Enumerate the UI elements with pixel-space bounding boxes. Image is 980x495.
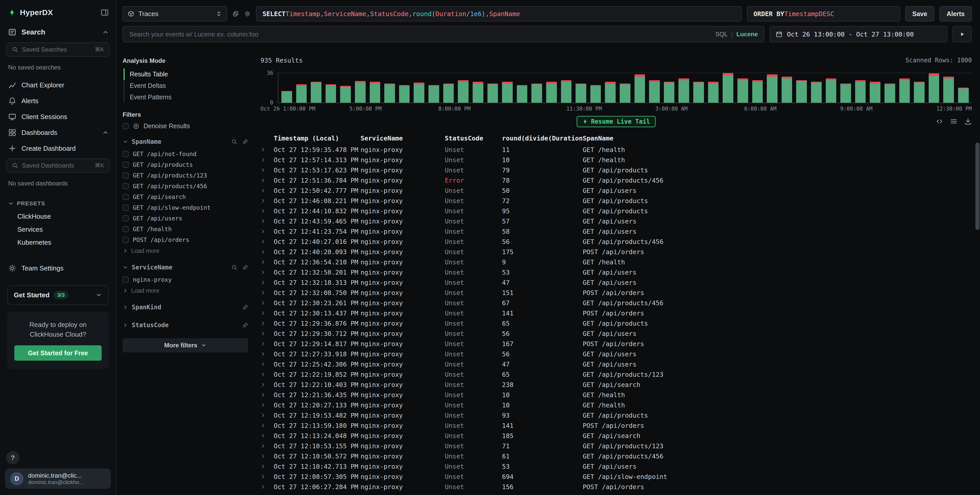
alerts-button[interactable]: Alerts (939, 6, 972, 21)
table-row[interactable]: Oct 27 12:25:42.306 PMnginx-proxyUnset47… (261, 359, 972, 369)
checkbox[interactable] (123, 162, 129, 168)
table-row[interactable]: Oct 27 12:13:59.180 PMnginx-proxyUnset14… (261, 420, 972, 431)
col-header-spanname[interactable]: SpanName (583, 135, 972, 142)
sidebar-item-kubernetes[interactable]: Kubernetes (0, 236, 116, 249)
checkbox[interactable] (123, 205, 129, 211)
table-row[interactable]: Oct 27 12:29:30.712 PMnginx-proxyUnset56… (261, 328, 972, 339)
sql-mode-label[interactable]: SQL (716, 31, 728, 38)
row-expand-chevron-icon[interactable] (261, 403, 274, 407)
filter-option[interactable]: POST /api/orders (123, 234, 248, 245)
get-started-card[interactable]: Get Started 3/3 (7, 285, 109, 305)
download-icon[interactable] (964, 118, 972, 125)
table-row[interactable]: Oct 27 12:19:53.482 PMnginx-proxyUnset93… (261, 410, 972, 420)
row-expand-chevron-icon[interactable] (261, 464, 274, 469)
analysis-mode-results-table[interactable]: Results Table (125, 68, 248, 80)
row-expand-chevron-icon[interactable] (261, 341, 274, 346)
table-row[interactable]: Oct 27 12:40:27.016 PMnginx-proxyUnset56… (261, 237, 972, 247)
row-expand-chevron-icon[interactable] (261, 219, 274, 224)
filter-group-statuscode[interactable]: StatusCode (123, 318, 248, 332)
row-expand-chevron-icon[interactable] (261, 474, 274, 479)
row-expand-chevron-icon[interactable] (261, 423, 274, 428)
row-expand-chevron-icon[interactable] (261, 249, 274, 255)
table-row[interactable]: Oct 27 12:53:17.623 PMnginx-proxyUnset79… (261, 165, 972, 175)
analysis-mode-event-deltas[interactable]: Event Deltas (125, 80, 248, 91)
row-expand-chevron-icon[interactable] (261, 188, 274, 193)
row-expand-chevron-icon[interactable] (261, 270, 274, 275)
table-row[interactable]: Oct 27 12:30:23.261 PMnginx-proxyUnset67… (261, 298, 972, 308)
run-query-button[interactable] (953, 26, 972, 42)
row-expand-chevron-icon[interactable] (261, 372, 274, 377)
row-expand-chevron-icon[interactable] (261, 484, 274, 489)
checkbox[interactable] (123, 183, 129, 189)
filter-group-spanname[interactable]: SpanName (123, 135, 248, 149)
lucene-mode-label[interactable]: Lucene (737, 31, 758, 38)
filter-option[interactable]: GET /api/search (123, 191, 248, 202)
save-button[interactable]: Save (905, 6, 934, 21)
row-expand-chevron-icon[interactable] (261, 158, 274, 162)
collapse-sidebar-icon[interactable] (100, 8, 109, 17)
load-more[interactable]: Load more (123, 245, 248, 256)
row-expand-chevron-icon[interactable] (261, 229, 274, 234)
pin-icon[interactable] (242, 322, 248, 328)
row-expand-chevron-icon[interactable] (261, 147, 274, 152)
presets-toggle[interactable]: PRESETS (0, 193, 116, 210)
checkbox[interactable] (123, 277, 129, 283)
search-icon[interactable] (231, 264, 237, 271)
row-expand-chevron-icon[interactable] (261, 362, 274, 367)
search-icon[interactable] (231, 139, 237, 145)
denoise-results-checkbox[interactable]: Denoise Results (123, 123, 248, 130)
table-row[interactable]: Oct 27 12:44:10.832 PMnginx-proxyUnset95… (261, 206, 972, 216)
chevron-up-icon[interactable] (102, 29, 109, 35)
checkbox[interactable] (123, 237, 129, 243)
table-row[interactable]: Oct 27 12:08:57.305 PMnginx-proxyUnset69… (261, 471, 972, 482)
checkbox[interactable] (123, 151, 129, 157)
filter-option[interactable]: GET /health (123, 224, 248, 234)
saved-dashboards-field[interactable] (22, 162, 91, 169)
table-row[interactable]: Oct 27 12:32:58.201 PMnginx-proxyUnset53… (261, 267, 972, 277)
table-row[interactable]: Oct 27 12:06:27.284 PMnginx-proxyUnset15… (261, 482, 972, 492)
row-expand-chevron-icon[interactable] (261, 310, 274, 316)
date-range-picker[interactable]: Oct 26 13:00:00 - Oct 27 13:00:00 (770, 26, 947, 42)
pin-icon[interactable] (242, 139, 248, 145)
table-row[interactable]: Oct 27 12:10:53.155 PMnginx-proxyUnset71… (261, 441, 972, 451)
sidebar-item-search[interactable]: Search (0, 23, 116, 40)
filter-option[interactable]: nginx-proxy (123, 274, 248, 285)
row-expand-chevron-icon[interactable] (261, 178, 274, 183)
sql-select-editor[interactable]: SELECT Timestamp,ServiceName,StatusCode,… (256, 6, 742, 21)
table-row[interactable]: Oct 27 12:36:54.210 PMnginx-proxyUnset9G… (261, 257, 972, 267)
table-row[interactable]: Oct 27 12:20:27.133 PMnginx-proxyUnset10… (261, 400, 972, 410)
filter-option[interactable]: GET /api/users (123, 213, 248, 224)
load-more[interactable]: Load more (123, 285, 248, 296)
table-row[interactable]: Oct 27 12:30:13.437 PMnginx-proxyUnset14… (261, 308, 972, 318)
table-row[interactable]: Oct 27 12:27:33.918 PMnginx-proxyUnset56… (261, 349, 972, 359)
sidebar-item-dashboards[interactable]: Dashboards (0, 125, 116, 140)
table-row[interactable]: Oct 27 12:40:20.093 PMnginx-proxyUnset17… (261, 247, 972, 257)
filter-option[interactable]: GET /api/not-found (123, 149, 248, 159)
col-header-timestamp[interactable]: Timestamp (Local) (274, 135, 361, 142)
row-expand-chevron-icon[interactable] (261, 443, 274, 449)
chevron-up-icon[interactable] (102, 129, 109, 136)
row-expand-chevron-icon[interactable] (261, 321, 274, 326)
table-row[interactable]: Oct 27 12:41:23.754 PMnginx-proxyUnset58… (261, 226, 972, 237)
table-row[interactable]: Oct 27 12:32:08.750 PMnginx-proxyUnset15… (261, 288, 972, 298)
row-expand-chevron-icon[interactable] (261, 433, 274, 438)
table-row[interactable]: Oct 27 12:57:14.313 PMnginx-proxyUnset10… (261, 155, 972, 165)
col-header-statuscode[interactable]: StatusCode (445, 135, 502, 142)
row-expand-chevron-icon[interactable] (261, 280, 274, 285)
duplicate-icon[interactable] (232, 11, 239, 17)
filter-option[interactable]: GET /api/slow-endpoint (123, 202, 248, 213)
row-expand-chevron-icon[interactable] (261, 352, 274, 357)
checkbox[interactable] (123, 226, 129, 232)
row-density-icon[interactable] (950, 118, 958, 125)
row-expand-chevron-icon[interactable] (261, 413, 274, 418)
table-row[interactable]: Oct 27 12:10:50.572 PMnginx-proxyUnset61… (261, 451, 972, 461)
row-expand-chevron-icon[interactable] (261, 209, 274, 213)
filter-option[interactable]: GET /api/products (123, 159, 248, 170)
resume-live-tail-button[interactable]: Resume Live Tail (577, 116, 655, 127)
checkbox[interactable] (123, 215, 129, 221)
sidebar-item-client-sessions[interactable]: Client Sessions (0, 109, 116, 125)
table-row[interactable]: Oct 27 12:51:36.784 PMnginx-proxyError78… (261, 175, 972, 185)
query-language-toggle[interactable]: SQL | Lucene (716, 31, 758, 38)
sidebar-item-team-settings[interactable]: Team Settings (0, 260, 116, 276)
col-header-servicename[interactable]: ServiceName (361, 135, 445, 142)
